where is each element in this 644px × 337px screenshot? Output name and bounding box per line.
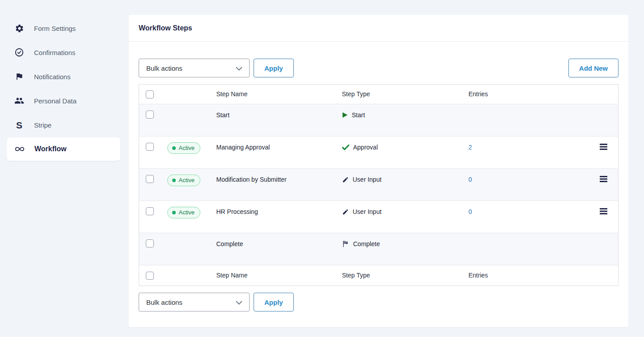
status-badge-label: Active (179, 209, 195, 216)
sidebar-item-stripe[interactable]: S Stripe (0, 113, 129, 137)
step-name: Managing Approval (216, 137, 342, 169)
status-badge: Active (167, 207, 200, 218)
bulk-actions-selected-value: Bulk actions (146, 64, 182, 72)
table-row-managing-approval: Active Managing Approval Approval (139, 137, 619, 169)
chevron-down-icon (236, 64, 242, 72)
sidebar-item-confirmations[interactable]: Confirmations (0, 40, 129, 64)
sidebar-item-workflow[interactable]: Workflow (6, 137, 121, 161)
status-badge-label: Active (179, 145, 195, 151)
step-type: User Input (353, 176, 382, 183)
status-dot-icon (172, 146, 176, 150)
status-dot-icon (172, 179, 176, 182)
flag-icon (14, 72, 24, 81)
step-type: User Input (353, 208, 382, 215)
pencil-icon (342, 209, 349, 215)
panel-body: Bulk actions Apply Add New (129, 42, 628, 326)
sidebar-item-label: Confirmations (34, 49, 76, 56)
bulk-actions-select-bottom[interactable]: Bulk actions (139, 293, 250, 311)
entries-link[interactable]: 0 (469, 176, 472, 183)
column-footer-step-type: Step Type (342, 265, 468, 286)
step-type: Approval (353, 144, 378, 151)
step-type: Complete (353, 240, 380, 247)
row-checkbox[interactable] (146, 207, 154, 215)
row-checkbox[interactable] (146, 111, 154, 119)
row-checkbox[interactable] (146, 239, 154, 247)
column-header-step-name: Step Name (216, 85, 342, 104)
page-title: Workflow Steps (139, 24, 192, 32)
bottom-toolbar: Bulk actions Apply (139, 293, 619, 311)
apply-button[interactable]: Apply (254, 59, 294, 77)
sidebar-item-label: Form Settings (34, 25, 76, 32)
approval-check-icon (342, 145, 349, 150)
apply-button-bottom[interactable]: Apply (254, 293, 294, 311)
panel-header: Workflow Steps (129, 15, 628, 42)
sidebar-item-label: Stripe (34, 121, 51, 129)
step-name: Complete (216, 233, 342, 265)
bulk-actions-select[interactable]: Bulk actions (139, 59, 250, 77)
row-menu-icon[interactable] (600, 208, 607, 216)
status-dot-icon (172, 211, 176, 214)
sidebar-item-label: Notifications (34, 73, 71, 81)
table-footer-row: Step Name Step Type Entries (139, 265, 619, 286)
status-badge: Active (167, 175, 200, 186)
check-circle-icon (14, 47, 24, 57)
step-name: Modification by Submitter (216, 169, 342, 201)
table-row-hr-processing: Active HR Processing User Input (139, 201, 619, 233)
workflow-steps-panel: Workflow Steps Bulk actions Apply Add Ne… (129, 15, 628, 327)
row-menu-icon[interactable] (600, 176, 607, 183)
column-header-step-type: Step Type (342, 85, 468, 104)
step-name: HR Processing (216, 201, 342, 233)
sidebar-item-label: Workflow (34, 145, 67, 153)
infinity-icon (15, 144, 25, 154)
column-footer-entries: Entries (468, 265, 555, 286)
chevron-down-icon (236, 299, 242, 306)
workflow-steps-table: Step Name Step Type Entries Start (139, 84, 619, 286)
row-checkbox[interactable] (146, 175, 154, 183)
bulk-actions-selected-value: Bulk actions (146, 299, 182, 306)
step-name: Start (216, 104, 342, 137)
sidebar-item-label: Personal Data (34, 97, 76, 105)
entries-link[interactable]: 2 (469, 144, 472, 151)
settings-sidebar: Form Settings Confirmations Notification… (0, 0, 129, 337)
users-icon (14, 96, 24, 106)
step-type: Start (352, 111, 365, 119)
pencil-icon (342, 176, 349, 183)
row-menu-icon[interactable] (600, 144, 607, 151)
status-badge: Active (167, 142, 200, 154)
column-footer-step-name: Step Name (216, 265, 342, 286)
sidebar-item-form-settings[interactable]: Form Settings (0, 16, 129, 40)
status-badge-label: Active (179, 177, 195, 183)
checkered-flag-icon (342, 240, 349, 247)
select-all-checkbox[interactable] (146, 90, 154, 98)
table-header-row: Step Name Step Type Entries (139, 85, 619, 104)
start-play-icon (342, 112, 348, 118)
select-all-checkbox-bottom[interactable] (146, 272, 154, 280)
sidebar-item-personal-data[interactable]: Personal Data (0, 89, 129, 113)
table-row-start: Start Start (139, 104, 619, 137)
top-toolbar: Bulk actions Apply Add New (139, 59, 619, 77)
stripe-icon: S (14, 120, 24, 130)
entries-link[interactable]: 0 (469, 208, 472, 215)
sidebar-item-notifications[interactable]: Notifications (0, 64, 129, 89)
add-new-button[interactable]: Add New (568, 59, 619, 77)
page: Form Settings Confirmations Notification… (0, 0, 644, 337)
table-row-complete: Complete Complete (139, 233, 619, 265)
row-checkbox[interactable] (146, 143, 154, 151)
column-header-entries: Entries (468, 85, 555, 104)
gear-icon (14, 23, 24, 33)
table-row-modification-by-submitter: Active Modification by Submitter User In… (139, 169, 619, 201)
